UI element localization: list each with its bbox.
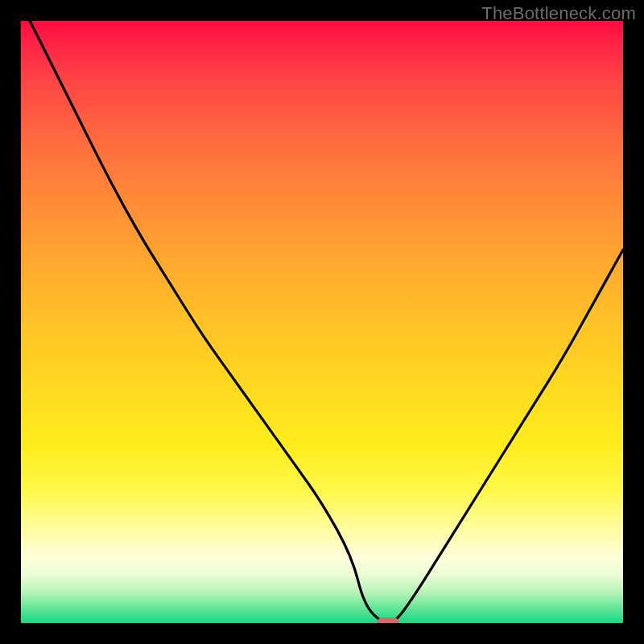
optimal-point-marker bbox=[377, 617, 399, 623]
watermark-text: TheBottleneck.com bbox=[481, 3, 636, 24]
plot-area bbox=[21, 21, 623, 623]
bottleneck-curve bbox=[21, 21, 623, 623]
chart-frame: TheBottleneck.com bbox=[0, 0, 644, 644]
